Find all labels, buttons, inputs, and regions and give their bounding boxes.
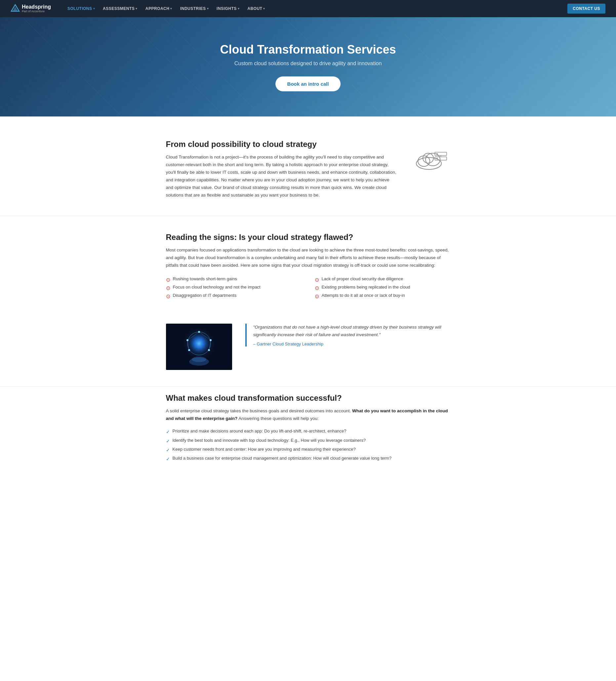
nav-link-solutions[interactable]: SOLUTIONS ▾ [64,4,98,13]
chevron-down-icon: ▾ [263,7,265,10]
signs-section: Reading the signs: Is your cloud strateg… [159,216,457,317]
quote-section: "Organizations that do not have a high-l… [159,317,457,386]
logo-sub: Part of Accenture [22,9,51,13]
list-item: ⊙ Lack of proper cloud security due dili… [315,276,450,284]
check-icon: ✓ [166,446,170,454]
list-item: ⊙ Focus on cloud technology and not the … [166,284,301,292]
nav-link-about[interactable]: ABOUT ▾ [244,4,268,13]
svg-point-20 [210,339,212,341]
signs-title: Reading the signs: Is your cloud strateg… [166,233,450,242]
list-item: ✓ Build a business case for enterprise c… [166,455,450,462]
svg-point-25 [192,357,206,362]
list-item: ⊙ Rushing towards short-term gains [166,276,301,284]
warning-right-col: ⊙ Lack of proper cloud security due dili… [315,276,450,300]
quote-image [166,324,232,370]
svg-point-19 [198,331,200,333]
hero-section: Cloud Transformation Services Custom clo… [0,17,616,117]
quote-text: "Organizations that do not have a high-l… [253,324,450,339]
svg-point-2 [416,157,441,170]
check-icon: ✓ [166,437,170,445]
book-intro-call-button[interactable]: Book an intro call [275,76,341,91]
warning-list: ⊙ Rushing towards short-term gains ⊙ Foc… [166,276,450,300]
svg-point-9 [436,158,438,159]
check-icon: ✓ [166,428,170,435]
cloud-illustration [411,140,450,173]
warning-dot-icon: ⊙ [166,284,170,292]
globe-hands-illustration [166,324,232,370]
quote-block: "Organizations that do not have a high-l… [245,324,450,347]
warning-dot-icon: ⊙ [166,293,170,300]
success-title: What makes cloud transformation successf… [166,394,450,403]
nav-links: SOLUTIONS ▾ ASSESSMENTS ▾ APPROACH ▾ IND… [64,4,567,13]
list-item: ⊙ Attempts to do it all at once or lack … [315,292,450,300]
list-item: ✓ Prioritize and make decisions around e… [166,428,450,435]
chevron-down-icon: ▾ [238,7,240,10]
nav-link-assessments[interactable]: ASSESSMENTS ▾ [100,4,141,13]
cloud-icon [412,143,449,173]
warning-dot-icon: ⊙ [166,276,170,284]
logo-icon [10,4,20,13]
check-icon: ✓ [166,455,170,462]
list-item: ✓ Identify the best tools and innovate w… [166,437,450,445]
warning-dot-icon: ⊙ [315,293,319,300]
svg-point-22 [208,349,210,351]
svg-point-7 [436,153,438,154]
list-item: ⊙ Disaggregation of IT departments [166,292,301,300]
logo-name: Headspring [22,4,51,10]
nav-link-insights[interactable]: INSIGHTS ▾ [213,4,243,13]
chevron-down-icon: ▾ [93,7,95,10]
success-section: What makes cloud transformation successf… [159,387,457,480]
hero-subtitle: Custom cloud solutions designed to drive… [235,60,382,67]
warning-left-col: ⊙ Rushing towards short-term gains ⊙ Foc… [166,276,301,300]
svg-point-21 [186,339,188,341]
success-list: ✓ Prioritize and make decisions around e… [166,428,450,463]
logo[interactable]: Headspring Part of Accenture [10,4,51,13]
chevron-down-icon: ▾ [170,7,172,10]
success-intro: A solid enterprise cloud strategy takes … [166,407,450,423]
chevron-down-icon: ▾ [207,7,209,10]
cloud-strategy-text: Cloud Transformation is not a project—it… [166,154,397,199]
chevron-down-icon: ▾ [136,7,138,10]
signs-text: Most companies focused on applications t… [166,247,450,269]
nav-link-industries[interactable]: INDUSTRIES ▾ [177,4,212,13]
list-item: ✓ Keep customer needs front and center: … [166,446,450,454]
quote-source: – Gartner Cloud Strategy Leadership [253,342,450,347]
list-item: ⊙ Existing problems being replicated in … [315,284,450,292]
hero-title: Cloud Transformation Services [220,43,396,57]
contact-us-button[interactable]: CONTACT US [567,4,606,14]
nav-link-approach[interactable]: APPROACH ▾ [142,4,176,13]
warning-dot-icon: ⊙ [315,284,319,292]
svg-point-23 [188,349,190,351]
warning-dot-icon: ⊙ [315,276,319,284]
navigation: Headspring Part of Accenture SOLUTIONS ▾… [0,0,616,17]
cloud-strategy-title: From cloud possibility to cloud strategy [166,140,397,149]
cloud-strategy-section: From cloud possibility to cloud strategy… [159,123,457,216]
